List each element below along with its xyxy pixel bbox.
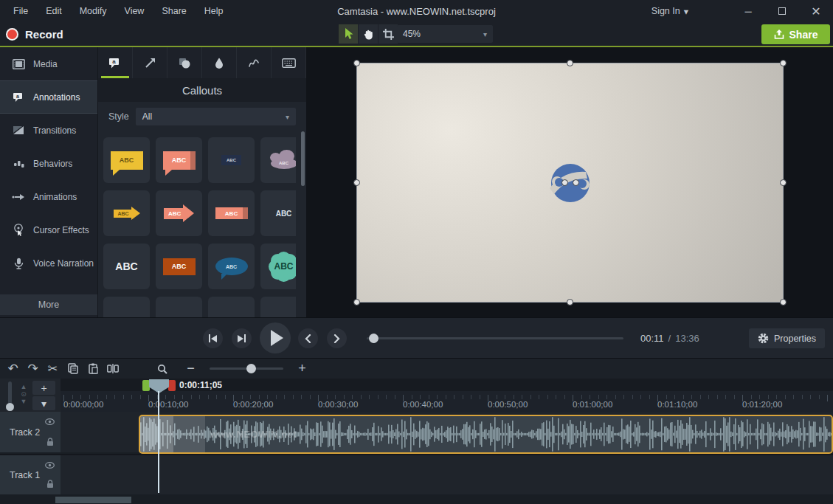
callout-tile-rect-cut[interactable] xyxy=(260,297,296,317)
add-track-button[interactable]: + xyxy=(32,381,55,395)
sidebar-item-media[interactable]: Media xyxy=(0,47,97,80)
copy-button[interactable] xyxy=(63,359,83,379)
split-button[interactable] xyxy=(103,359,122,379)
selection-handle[interactable] xyxy=(353,60,360,66)
canvas-area[interactable] xyxy=(306,47,833,317)
callout-tile-banner[interactable]: ABC xyxy=(208,190,255,236)
redo-button[interactable]: ↷ xyxy=(23,359,43,379)
canvas-zoom-dropdown[interactable]: 45% ▾ xyxy=(397,25,493,43)
zoom-in-button[interactable]: + xyxy=(292,359,312,379)
step-back-button[interactable] xyxy=(203,328,223,348)
ruler-tick xyxy=(598,395,599,399)
chevron-right-icon xyxy=(333,334,340,343)
callout-tile-arrow-lg[interactable]: ABC xyxy=(156,190,202,236)
eye-icon[interactable] xyxy=(45,418,55,425)
undo-button[interactable]: ↶ xyxy=(3,359,23,379)
callout-tile-tri-cut[interactable] xyxy=(156,297,202,317)
callout-tile-bubble[interactable]: ABC xyxy=(156,137,202,183)
callout-tile-scallop[interactable]: ABC xyxy=(260,244,296,289)
callout-tile-minirect[interactable]: ABC xyxy=(208,137,255,183)
close-button[interactable]: ✕ xyxy=(799,0,833,22)
tab-blur-tab[interactable] xyxy=(202,47,237,78)
ruler-tick xyxy=(819,395,820,399)
callout-tile-cloud[interactable]: ABC xyxy=(260,137,296,183)
selection-handle[interactable] xyxy=(567,60,573,66)
maximize-button[interactable] xyxy=(765,0,799,22)
callout-tile-rect[interactable]: ABC xyxy=(156,244,202,289)
previous-clip-button[interactable] xyxy=(298,328,318,348)
timeline-zoom-slider[interactable] xyxy=(210,367,283,370)
ruler-tick xyxy=(310,395,311,399)
sidebar-item-cursor-effects[interactable]: Cursor Effects xyxy=(0,213,97,246)
lock-icon[interactable] xyxy=(46,438,54,446)
menu-view[interactable]: View xyxy=(117,3,152,19)
record-button[interactable]: Record xyxy=(6,24,63,44)
menu-share[interactable]: Share xyxy=(154,3,193,19)
play-button[interactable] xyxy=(260,322,291,353)
tab-sketch-tab[interactable] xyxy=(237,47,272,78)
properties-button[interactable]: Properties xyxy=(749,328,825,348)
step-forward-button[interactable] xyxy=(232,328,252,348)
share-button[interactable]: Share xyxy=(761,24,830,44)
track-height-handle[interactable] xyxy=(6,403,14,411)
tab-shapes-tab[interactable] xyxy=(167,47,202,78)
callout-tile-tri-cut2[interactable] xyxy=(208,297,255,317)
paste-button[interactable] xyxy=(83,359,103,379)
callout-tile-ellipse-cut[interactable] xyxy=(103,297,150,317)
selection-handle[interactable] xyxy=(780,299,787,305)
tab-arrows-tab[interactable] xyxy=(133,47,167,78)
sidebar-more-button[interactable]: More xyxy=(0,294,97,315)
sidebar-item-transitions[interactable]: Transitions xyxy=(0,114,97,147)
track-row[interactable]: Track 1 xyxy=(0,454,833,494)
callout-tile-text-sm[interactable]: ABC xyxy=(260,190,296,236)
tab-keystroke-tab[interactable] xyxy=(272,47,306,78)
selection-out-handle[interactable] xyxy=(168,380,176,391)
selection-handle[interactable] xyxy=(561,179,568,186)
collapse-tracks-button[interactable]: ▾ xyxy=(32,396,55,410)
sidebar-item-voice-narration[interactable]: Voice Narration xyxy=(0,246,97,280)
selection-handle[interactable] xyxy=(780,179,787,186)
selection-handle[interactable] xyxy=(353,299,360,305)
ruler-tick xyxy=(80,395,81,399)
selection-handle[interactable] xyxy=(780,60,787,66)
timeline-scrollbar-thumb[interactable] xyxy=(55,497,131,503)
callout-tile-bubble[interactable]: ABC xyxy=(103,137,150,183)
video-preview[interactable] xyxy=(356,63,784,303)
sidebar-item-annotations[interactable]: aAnnotations xyxy=(0,80,97,114)
playhead-line[interactable] xyxy=(158,391,159,493)
seek-slider[interactable] xyxy=(367,337,623,339)
selection-handle[interactable] xyxy=(567,299,573,305)
pan-tool-button[interactable] xyxy=(359,24,379,44)
seek-handle[interactable] xyxy=(369,334,379,343)
menu-file[interactable]: File xyxy=(6,3,35,19)
sidebar-item-behaviors[interactable]: Behaviors xyxy=(0,147,97,180)
select-tool-button[interactable] xyxy=(339,24,359,44)
cut-button[interactable]: ✂ xyxy=(43,359,63,379)
panel-scrollbar[interactable] xyxy=(301,131,305,186)
minimize-button[interactable]: ─ xyxy=(731,0,765,22)
crop-tool-button[interactable] xyxy=(379,24,398,44)
sign-in-button[interactable]: Sign In ▾ xyxy=(651,6,688,17)
zoom-out-button[interactable]: − xyxy=(181,359,201,379)
callout-tile-arrow-sm[interactable]: ABC xyxy=(103,190,150,236)
callout-tile-text-lg[interactable]: ABC xyxy=(103,244,150,289)
selection-handle[interactable] xyxy=(353,179,360,186)
callout-shape: ABC xyxy=(215,258,248,275)
selection-handle[interactable] xyxy=(573,179,579,186)
zoom-slider-handle[interactable] xyxy=(246,364,256,373)
tab-callouts-tab[interactable]: a xyxy=(98,47,133,78)
menu-modify[interactable]: Modify xyxy=(72,3,114,19)
selection-in-handle[interactable] xyxy=(142,380,150,391)
next-clip-button[interactable] xyxy=(327,328,347,348)
media-clip[interactable]: www.NEOWIN.net xyxy=(139,415,833,454)
timeline-zoom-button[interactable] xyxy=(152,359,172,379)
style-dropdown[interactable]: All ▾ xyxy=(136,108,296,125)
timeline-ruler[interactable]: 0:00:00;000:00:10;000:00:20;000:00:30;00… xyxy=(61,379,833,412)
sidebar-item-animations[interactable]: Animations xyxy=(0,180,97,213)
menu-help[interactable]: Help xyxy=(197,3,231,19)
lock-icon[interactable] xyxy=(46,480,54,489)
eye-icon[interactable] xyxy=(45,462,55,469)
sidebar-item-label: Voice Narration xyxy=(33,258,94,269)
callout-tile-ellipse[interactable]: ABC xyxy=(208,244,255,289)
menu-edit[interactable]: Edit xyxy=(38,3,69,19)
